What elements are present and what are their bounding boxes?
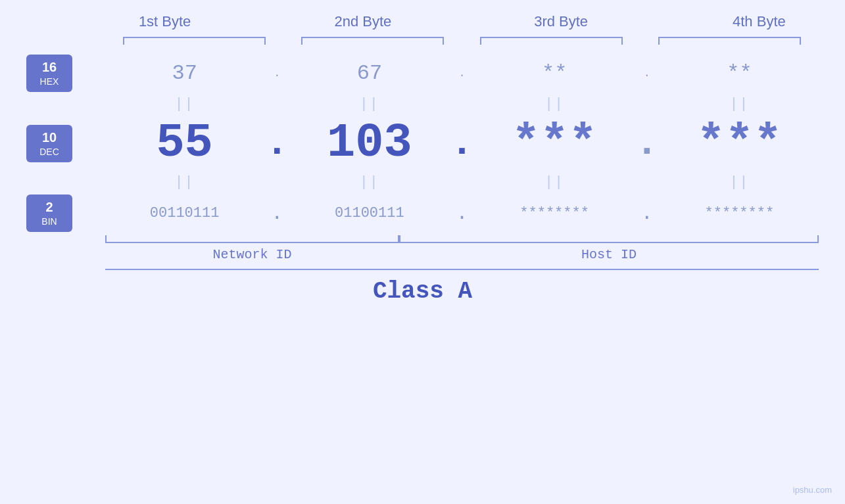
bracket-cell-2 bbox=[283, 37, 462, 45]
dbar-row-2: || || || || bbox=[26, 174, 819, 191]
bin-b3: ******** bbox=[475, 205, 634, 221]
dbar2-sym-2: || bbox=[360, 174, 379, 191]
dbar-1: || bbox=[105, 96, 264, 112]
host-id-label: Host ID bbox=[399, 247, 819, 262]
bin-dot-3: . bbox=[641, 202, 653, 225]
hex-value-4: ** bbox=[727, 61, 752, 85]
top-brackets bbox=[105, 37, 819, 45]
dec-value-1: 55 bbox=[156, 116, 212, 170]
dec-dot-1: . bbox=[265, 121, 289, 166]
dec-sep-3: . bbox=[634, 121, 660, 166]
dec-number: 10 bbox=[34, 130, 64, 145]
hex-row: 16 HEX 37 . 67 . ** . ** bbox=[26, 55, 819, 92]
bottom-section: Class A bbox=[26, 269, 819, 305]
hex-b3: ** bbox=[475, 61, 634, 85]
network-id-label: Network ID bbox=[105, 247, 399, 262]
hex-number: 16 bbox=[34, 60, 64, 75]
hex-dot-1: . bbox=[274, 68, 280, 80]
dbar2-4: || bbox=[660, 174, 819, 191]
dec-sep-1: . bbox=[264, 121, 290, 166]
dbar-4: || bbox=[660, 96, 819, 112]
hex-value-1: 37 bbox=[172, 61, 197, 85]
byte4-header: 4th Byte bbox=[660, 13, 845, 30]
dec-base-label: 10 DEC bbox=[26, 125, 92, 162]
dec-row: 10 DEC 55 . 103 . *** . *** bbox=[26, 116, 819, 170]
bracket-3 bbox=[480, 37, 623, 45]
bin-sep-1: . bbox=[264, 202, 290, 225]
byte1-header: 1st Byte bbox=[66, 13, 264, 30]
bin-dot-2: . bbox=[456, 202, 468, 225]
dec-b3: *** bbox=[475, 116, 634, 170]
bottom-line bbox=[105, 269, 819, 270]
hex-b4: ** bbox=[660, 61, 819, 85]
bin-row: 2 BIN 00110111 . 01100111 . ******** . bbox=[26, 195, 819, 232]
hex-sep-3: . bbox=[634, 68, 660, 80]
hex-base-label: 16 HEX bbox=[26, 55, 92, 92]
dbar-cells-1: || || || || bbox=[105, 96, 819, 112]
network-bracket bbox=[105, 235, 399, 243]
dec-sep-2: . bbox=[449, 121, 475, 166]
dbar-sym-1: || bbox=[174, 96, 194, 112]
bin-sep-2: . bbox=[449, 202, 475, 225]
bin-value-4: ******** bbox=[705, 205, 775, 221]
bin-value-3: ******** bbox=[519, 205, 589, 221]
dbar2-3: || bbox=[475, 174, 634, 191]
byte3-header: 3rd Byte bbox=[462, 13, 660, 30]
bin-sep-3: . bbox=[634, 202, 660, 225]
dbar-row-1: || || || || bbox=[26, 96, 819, 112]
bin-b2: 01100111 bbox=[290, 205, 448, 221]
dbar-sym-4: || bbox=[729, 96, 749, 112]
dbar-2: || bbox=[290, 96, 448, 112]
dec-values: 55 . 103 . *** . *** bbox=[105, 116, 819, 170]
bin-name: BIN bbox=[34, 216, 64, 227]
id-labels: Network ID Host ID bbox=[105, 247, 819, 262]
bin-values: 00110111 . 01100111 . ******** . *******… bbox=[105, 202, 819, 225]
hex-sep-2: . bbox=[449, 68, 475, 80]
bin-badge: 2 BIN bbox=[26, 195, 72, 232]
dbar-sym-2: || bbox=[360, 96, 379, 112]
hex-value-3: ** bbox=[542, 61, 567, 85]
bin-value-1: 00110111 bbox=[150, 205, 220, 221]
byte2-header: 2nd Byte bbox=[264, 13, 462, 30]
bracket-cell-1 bbox=[105, 37, 283, 45]
hex-dot-2: . bbox=[459, 68, 466, 80]
dec-value-2: 103 bbox=[327, 116, 412, 170]
dec-value-4: *** bbox=[697, 116, 783, 170]
hex-values: 37 . 67 . ** . ** bbox=[105, 61, 819, 85]
bracket-cell-4 bbox=[640, 37, 819, 45]
hex-name: HEX bbox=[34, 76, 64, 87]
hex-b2: 67 bbox=[290, 61, 448, 85]
dbar2-2: || bbox=[290, 174, 448, 191]
dec-badge: 10 DEC bbox=[26, 125, 72, 162]
bin-base-label: 2 BIN bbox=[26, 195, 92, 232]
hex-b1: 37 bbox=[105, 61, 264, 85]
dbar2-1: || bbox=[105, 174, 264, 191]
dbar2-sym-1: || bbox=[174, 174, 194, 191]
dbar-sym-3: || bbox=[544, 96, 564, 112]
bin-b4: ******** bbox=[660, 205, 819, 221]
dbar-cells-2: || || || || bbox=[105, 174, 819, 191]
class-label: Class A bbox=[26, 278, 819, 305]
host-bracket bbox=[399, 235, 819, 243]
bracket-2 bbox=[301, 37, 444, 45]
byte-headers: 1st Byte 2nd Byte 3rd Byte 4th Byte bbox=[66, 13, 845, 30]
bin-number: 2 bbox=[34, 200, 64, 215]
bottom-brackets bbox=[105, 235, 819, 243]
bin-b1: 00110111 bbox=[105, 205, 264, 221]
bin-value-2: 01100111 bbox=[335, 205, 404, 221]
dec-name: DEC bbox=[34, 147, 64, 157]
dec-b2: 103 bbox=[290, 116, 448, 170]
hex-badge: 16 HEX bbox=[26, 55, 72, 92]
dec-b4: *** bbox=[660, 116, 819, 170]
dbar2-sym-3: || bbox=[544, 174, 564, 191]
dec-dot-3: . bbox=[635, 121, 659, 166]
bracket-4 bbox=[658, 37, 801, 45]
dec-b1: 55 bbox=[105, 116, 264, 170]
bin-dot-1: . bbox=[271, 202, 283, 225]
dec-value-3: *** bbox=[512, 116, 597, 170]
dec-dot-2: . bbox=[450, 121, 473, 166]
bracket-1 bbox=[123, 37, 266, 45]
hex-dot-3: . bbox=[644, 68, 650, 80]
hex-value-2: 67 bbox=[357, 61, 382, 85]
dbar2-sym-4: || bbox=[729, 174, 749, 191]
